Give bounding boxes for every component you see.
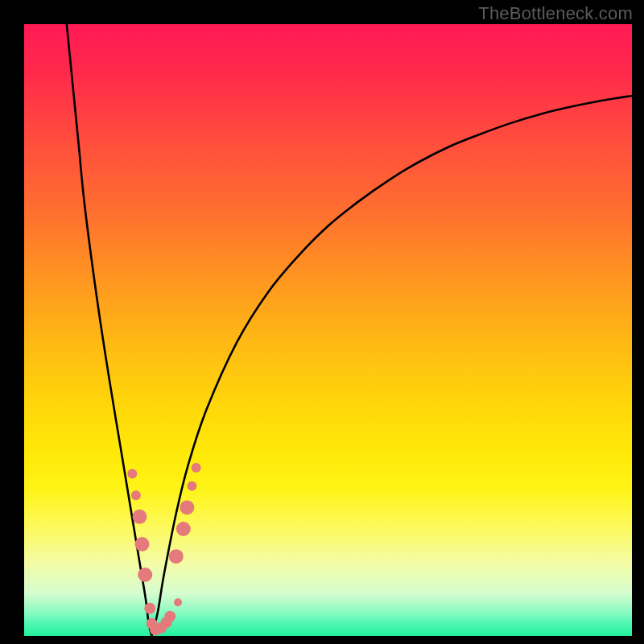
data-dot — [180, 500, 194, 514]
data-dot — [127, 469, 137, 479]
plot-area — [24, 24, 632, 636]
data-dot — [138, 568, 152, 582]
data-dot — [134, 537, 149, 551]
data-dot — [187, 481, 196, 491]
curve-group — [67, 24, 632, 636]
data-dot — [176, 522, 191, 536]
watermark-text: TheBottleneck.com — [478, 3, 633, 24]
dot-cluster — [127, 463, 200, 635]
right-branch-path — [152, 96, 632, 636]
data-dot — [144, 603, 155, 614]
data-dot — [169, 549, 184, 564]
data-dot — [192, 463, 201, 473]
data-dot — [174, 598, 182, 606]
data-dot — [131, 490, 141, 500]
chart-svg — [24, 24, 632, 636]
data-dot — [132, 510, 147, 524]
data-dot — [164, 611, 175, 622]
